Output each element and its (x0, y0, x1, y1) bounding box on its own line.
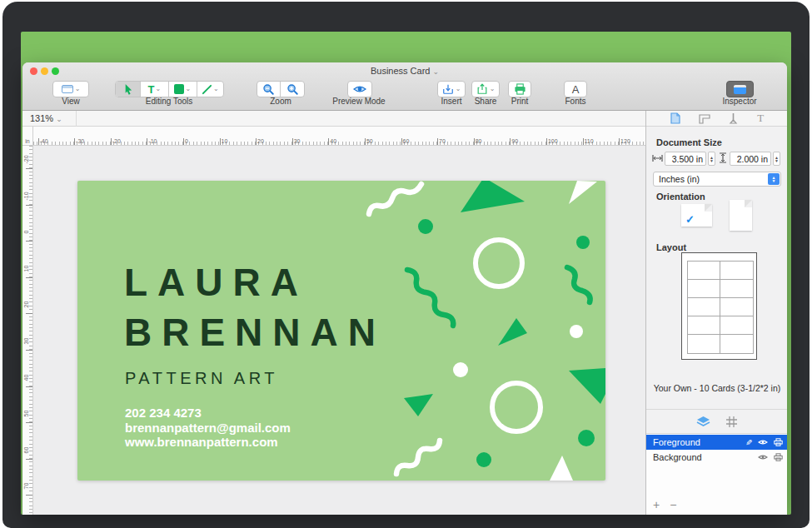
zoom-bar: 131% ⌄ (22, 111, 645, 127)
inspector-tabs: T (646, 111, 787, 127)
vertical-ruler[interactable]: -20-10010203040506070 (22, 146, 33, 515)
ruler-major-tick (26, 495, 32, 496)
window-title: Business Card ⌄ (22, 66, 787, 76)
document-canvas[interactable]: LAURA BRENNAN PATTERN ART 202 234 4273 b… (33, 146, 645, 515)
card-name-text[interactable]: LAURA BRENNAN (124, 257, 386, 357)
document-size-heading: Document Size (656, 137, 722, 147)
ruler-h-label: -20 (112, 138, 121, 144)
height-input[interactable]: 2.000 in (730, 152, 771, 166)
printer-icon (514, 83, 526, 95)
ruler-h-label: 80 (476, 138, 482, 144)
shape-tool-button[interactable]: ⌄ (169, 82, 197, 97)
ruler-major-tick (546, 138, 547, 145)
ruler-major-tick (619, 138, 620, 145)
printable-printer-icon[interactable] (774, 453, 783, 461)
zoom-out-button[interactable] (257, 82, 281, 97)
card-phone: 202 234 4273 (125, 406, 291, 421)
dot-shape (578, 430, 595, 446)
layer-name: Foreground (653, 437, 700, 447)
width-dimension-icon (652, 154, 663, 162)
ruler-v-label: 10 (23, 260, 29, 276)
layers-tab-icon[interactable] (696, 416, 710, 428)
page-fold-icon (705, 204, 712, 212)
card-email: brennanpattern@gmail.com (125, 421, 291, 436)
card-subtitle-text[interactable]: PATTERN ART (125, 369, 278, 388)
layout-cell (720, 261, 754, 280)
ruler-v-label: 30 (23, 333, 29, 350)
layout-preview[interactable] (681, 252, 757, 360)
ruler-major-tick (328, 138, 329, 145)
inspector-button[interactable] (726, 81, 754, 97)
zoom-level-dropdown[interactable]: 131% ⌄ (30, 113, 62, 123)
ruler-major-tick (583, 138, 584, 145)
ruler-major-tick (365, 138, 366, 145)
ruler-v-label: -10 (23, 187, 29, 204)
triangle-shape (461, 181, 525, 212)
dot-shape (476, 452, 491, 467)
squiggle-shape (407, 270, 453, 326)
ruler-unit-box[interactable]: in (22, 127, 33, 146)
zoom-out-icon (262, 83, 275, 96)
ruler-h-label: 0 (185, 138, 188, 144)
layer-name: Background (653, 452, 702, 462)
card-contact-block[interactable]: 202 234 4273 brennanpattern@gmail.com ww… (125, 406, 291, 450)
text-tool-button[interactable]: T ⌄ (141, 82, 169, 97)
select-tool-button[interactable] (116, 82, 141, 97)
printable-printer-icon[interactable] (774, 438, 783, 446)
business-card[interactable]: LAURA BRENNAN PATTERN ART 202 234 4273 b… (77, 181, 605, 481)
view-button[interactable]: ⌄ (52, 81, 89, 97)
ruler-major-tick (26, 350, 32, 351)
orientation-portrait-option[interactable] (730, 200, 752, 231)
remove-layer-button[interactable]: − (670, 498, 686, 511)
brush-tab-icon[interactable] (728, 112, 739, 124)
line-tool-button[interactable]: ⌄ (197, 82, 224, 97)
dot-shape (453, 362, 468, 377)
add-layer-button[interactable]: + (653, 498, 670, 511)
share-button[interactable]: ⌄ (471, 81, 500, 97)
ruler-major-tick (74, 138, 75, 145)
share-icon (476, 83, 488, 95)
orientation-landscape-option[interactable]: ✓ (681, 204, 712, 227)
layer-row-background[interactable]: Background (646, 450, 787, 465)
fonts-button[interactable]: A (564, 81, 587, 97)
triangle-shape (404, 394, 433, 416)
window-chrome: Business Card ⌄ ⌄ View T ⌄ (22, 62, 787, 111)
width-input[interactable]: 3.500 in (665, 152, 706, 166)
ruler-major-tick (111, 138, 112, 145)
print-button[interactable] (508, 81, 531, 97)
chevron-down-icon: ⌄ (185, 86, 191, 92)
layer-row-foreground[interactable]: Foreground ✎ (646, 435, 787, 450)
document-tab-icon[interactable] (670, 112, 680, 124)
insert-button[interactable]: ⌄ (437, 81, 466, 97)
zoom-in-button[interactable] (281, 82, 304, 97)
visibility-eye-icon[interactable] (758, 454, 768, 461)
dot-shape (418, 219, 433, 234)
text-tab-icon[interactable]: T (757, 112, 764, 125)
edit-pencil-icon[interactable]: ✎ (745, 438, 752, 447)
layout-cell (687, 297, 721, 316)
layout-cell (687, 261, 721, 280)
layout-cell (720, 297, 754, 316)
horizontal-ruler[interactable]: -40-30-20-100102030405060708090100110120 (33, 127, 645, 146)
app-window: Business Card ⌄ ⌄ View T ⌄ (22, 62, 787, 515)
height-stepper[interactable]: ▲▼ (773, 152, 780, 166)
preview-mode-button[interactable] (347, 81, 372, 97)
width-stepper[interactable]: ▲▼ (708, 152, 715, 166)
squiggle-shape (369, 184, 421, 214)
units-select[interactable]: Inches (in) ▲▼ (653, 172, 781, 187)
ruler-major-tick (292, 138, 293, 145)
visibility-eye-icon[interactable] (758, 439, 768, 446)
select-stepper-icon: ▲▼ (768, 173, 780, 185)
height-dimension-icon (719, 152, 727, 163)
zoom-label: Zoom (239, 97, 322, 106)
view-label: View (29, 97, 112, 106)
orientation-heading: Orientation (656, 192, 705, 202)
grid-tab-icon[interactable] (725, 416, 738, 428)
ruler-h-label: 40 (330, 138, 336, 144)
ruler-major-tick (220, 138, 221, 145)
ruler-h-label: 110 (585, 138, 594, 144)
chevron-down-icon: ⌄ (213, 86, 219, 92)
layer-list-controls: +− (653, 498, 686, 511)
geometry-tab-icon[interactable] (699, 113, 710, 124)
document-title-text[interactable]: Business Card (371, 66, 431, 76)
